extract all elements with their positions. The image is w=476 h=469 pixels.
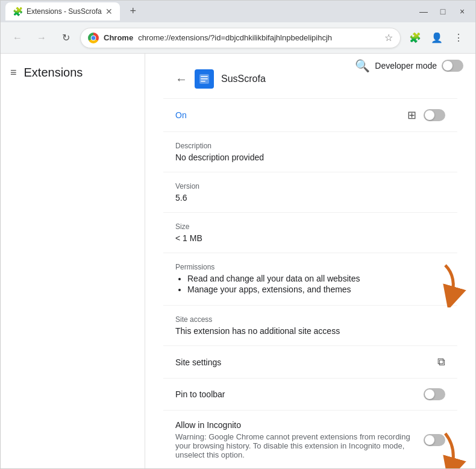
site-settings-row: Site settings ⧉	[175, 356, 445, 368]
content-area: 🔍 Developer mode PC .COM	[145, 54, 475, 468]
main-layout: ≡ Extensions 🔍 Developer mode PC .COM	[1, 54, 475, 468]
minimize-button[interactable]: —	[415, 3, 432, 20]
permissions-section: Permissions Read and change all your dat…	[163, 253, 457, 306]
grid-icon[interactable]: ⊞	[407, 109, 416, 122]
size-section: Size < 1 MB	[163, 213, 457, 253]
tab-strip: 🧩 Extensions - SusScrofa ✕ +	[5, 2, 142, 20]
developer-mode-label: Developer mode	[375, 61, 437, 71]
version-value: 5.6	[175, 193, 445, 203]
incognito-label: Allow in Incognito	[175, 420, 412, 430]
refresh-button[interactable]: ↻	[56, 28, 75, 48]
sidebar-title: Extensions	[24, 66, 83, 80]
permissions-label: Permissions	[175, 263, 445, 271]
site-access-label: Site access	[175, 315, 445, 324]
pin-toolbar-toggle[interactable]	[424, 388, 445, 400]
site-settings-section: Site settings ⧉	[163, 346, 457, 379]
tab-title: Extensions - SusScrofa	[27, 7, 102, 16]
browser-window: 🧩 Extensions - SusScrofa ✕ + — □ × ← → ↻…	[0, 0, 476, 469]
toggle-knob	[425, 110, 434, 120]
external-link-icon[interactable]: ⧉	[437, 356, 445, 368]
pin-toolbar-label: Pin to toolbar	[175, 389, 225, 399]
version-section: Version 5.6	[163, 172, 457, 213]
permission-item: Manage your apps, extensions, and themes	[187, 285, 445, 294]
description-value: No description provided	[175, 153, 445, 162]
extension-icon	[195, 69, 214, 89]
hamburger-icon[interactable]: ≡	[10, 66, 17, 79]
back-button[interactable]: ←	[8, 28, 27, 48]
on-label: On	[175, 110, 187, 120]
search-icon[interactable]: 🔍	[355, 58, 370, 73]
window-controls: — □ ×	[415, 3, 471, 20]
size-label: Size	[175, 222, 445, 231]
description-section: Description No description provided	[163, 132, 457, 172]
bookmark-icon[interactable]: ☆	[384, 32, 393, 43]
url-text: chrome://extensions/?id=dbjcdhkilikbifaj…	[138, 33, 380, 42]
tab-close-button[interactable]: ✕	[105, 7, 113, 16]
sidebar-header: ≡ Extensions	[1, 58, 145, 87]
permissions-list: Read and change all your data on all web…	[175, 274, 445, 294]
maximize-button[interactable]: □	[434, 3, 451, 20]
developer-mode-row: 🔍 Developer mode	[355, 58, 463, 73]
svg-rect-5	[201, 81, 205, 82]
back-button[interactable]: ←	[175, 72, 187, 86]
toggle-knob	[443, 61, 453, 71]
svg-rect-3	[201, 76, 208, 77]
extension-enable-toggle[interactable]	[424, 109, 445, 121]
size-value: < 1 MB	[175, 233, 445, 243]
extension-detail-card: ← SusScrofa On ⊞	[163, 60, 457, 468]
chrome-scheme-label: Chrome	[104, 33, 133, 42]
site-access-section: Site access This extension has no additi…	[163, 306, 457, 346]
tab-icon: 🧩	[13, 7, 23, 16]
incognito-warning: Warning: Google Chrome cannot prevent ex…	[175, 432, 412, 459]
site-access-value: This extension has no additional site ac…	[175, 326, 445, 336]
incognito-toggle[interactable]	[424, 434, 445, 446]
address-bar: ← → ↻ Chrome chrome://extensions/?id=dbj…	[1, 22, 475, 54]
on-off-row: On ⊞	[175, 109, 445, 122]
description-label: Description	[175, 142, 445, 150]
version-label: Version	[175, 182, 445, 190]
incognito-section: Allow in Incognito Warning: Google Chrom…	[163, 411, 457, 468]
svg-rect-4	[201, 78, 208, 80]
forward-button[interactable]: →	[32, 28, 51, 48]
active-tab[interactable]: 🧩 Extensions - SusScrofa ✕	[5, 2, 120, 20]
site-settings-label: Site settings	[175, 357, 221, 367]
extension-name: SusScrofa	[221, 74, 266, 84]
pin-toolbar-section: Pin to toolbar	[163, 379, 457, 411]
incognito-row: Allow in Incognito Warning: Google Chrom…	[175, 420, 445, 459]
address-bar-input[interactable]: Chrome chrome://extensions/?id=dbjcdhkil…	[80, 28, 401, 48]
toolbar-icons: 🧩 👤 ⋮	[406, 28, 468, 48]
chrome-logo-icon	[88, 33, 99, 43]
on-off-section: On ⊞	[163, 99, 457, 132]
title-bar: 🧩 Extensions - SusScrofa ✕ + — □ ×	[1, 1, 475, 22]
toggle-knob	[425, 435, 434, 445]
new-tab-button[interactable]: +	[125, 2, 142, 19]
scroll-area[interactable]: PC .COM ← SusScrofa	[145, 54, 475, 468]
sidebar: ≡ Extensions	[1, 54, 145, 468]
pin-toolbar-row: Pin to toolbar	[175, 388, 445, 400]
incognito-text-area: Allow in Incognito Warning: Google Chrom…	[175, 420, 424, 459]
permission-item: Read and change all your data on all web…	[187, 274, 445, 283]
profile-icon[interactable]: 👤	[427, 28, 446, 48]
extensions-icon[interactable]: 🧩	[406, 28, 425, 48]
developer-mode-toggle[interactable]	[442, 60, 463, 72]
close-button[interactable]: ×	[454, 3, 471, 20]
menu-icon[interactable]: ⋮	[449, 28, 468, 48]
toggle-knob	[425, 389, 434, 399]
on-row-icons: ⊞	[407, 109, 445, 122]
